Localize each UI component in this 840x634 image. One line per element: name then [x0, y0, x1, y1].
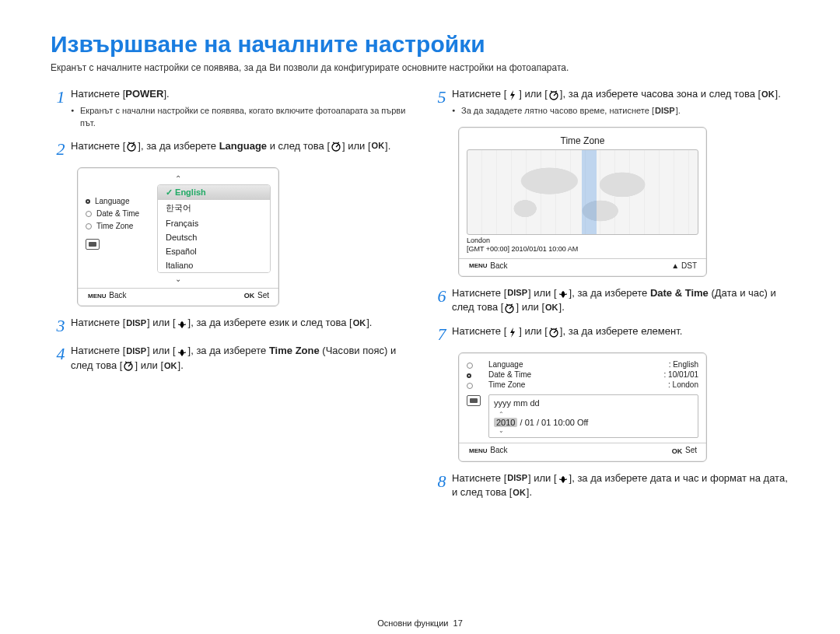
step-number: 3	[51, 316, 71, 335]
macro-icon	[557, 473, 569, 484]
timezone-stamp: [GMT +00:00] 2010/01/01 10:00 AM	[467, 245, 698, 254]
ok-icon: OK	[761, 89, 775, 101]
up-triangle-icon: ▲	[671, 261, 679, 270]
right-column: 5 Натиснете [] или [], за да изберете ча…	[432, 87, 789, 510]
step-number: 4	[51, 344, 71, 373]
step-number: 2	[51, 139, 71, 158]
left-column: 1 Натиснете [POWER]. Екранът с начални н…	[51, 87, 408, 510]
dt-value-language: : English	[669, 360, 698, 369]
footer-set[interactable]: Set	[257, 291, 269, 299]
step-1: Натиснете [POWER]. Екранът с начални нас…	[71, 87, 408, 130]
datetime-editor[interactable]: yyyy mm dd ⌃ 2010 / 01 / 01 10:00 Off ⌄	[488, 394, 698, 438]
lang-option-korean[interactable]: 한국어	[158, 200, 270, 216]
page-footer: Основни функции 17	[0, 618, 840, 628]
lang-option-espanol[interactable]: Español	[158, 244, 270, 258]
menu-language: Language	[95, 197, 130, 205]
language-panel: ⌃ Language Date & Time Time Zone English…	[77, 167, 279, 306]
timezone-city: London	[467, 236, 698, 245]
step-5-sub: За да зададете лятно часово време, натис…	[452, 105, 789, 117]
lang-option-english[interactable]: English	[158, 185, 270, 200]
footer-back[interactable]: Back	[490, 261, 507, 270]
footer-set[interactable]: Set	[685, 446, 697, 454]
ok-icon: OK	[671, 447, 684, 455]
step-2: Натиснете [], за да изберете Language и …	[71, 139, 408, 158]
step-1-sub: Екранът с начални настройки се появява, …	[71, 105, 408, 130]
lang-option-italiano[interactable]: Italiano	[158, 258, 270, 272]
step-7: Натиснете [] или [], за да изберете елем…	[452, 324, 789, 343]
lang-option-francais[interactable]: Français	[158, 216, 270, 230]
step-4: Натиснете [DISP] или [], за да изберете …	[71, 344, 408, 373]
dt-format-header: yyyy mm dd	[494, 398, 693, 408]
dt-label-language: Language	[488, 360, 523, 369]
menu-icon: MENU	[468, 262, 488, 269]
language-options: English 한국어 Français Deutsch Español Ita…	[157, 184, 271, 273]
timer-icon	[330, 141, 342, 152]
dt-label-datetime: Date & Time	[488, 370, 531, 379]
timer-icon	[548, 89, 560, 100]
chevron-up-icon: ⌃	[86, 174, 271, 183]
step-3: Натиснете [DISP] или [], за да изберете …	[71, 316, 408, 335]
dt-label-timezone: Time Zone	[488, 380, 525, 389]
ok-icon: OK	[163, 360, 178, 373]
dt-year-chip[interactable]: 2010	[494, 418, 517, 427]
step-number: 7	[432, 324, 452, 343]
menu-icon: MENU	[468, 447, 488, 454]
power-key: POWER	[125, 88, 163, 100]
ok-icon: OK	[512, 487, 527, 499]
world-map	[467, 149, 698, 235]
card-icon	[467, 395, 481, 406]
disp-icon: DISP	[125, 317, 147, 330]
step-number: 6	[432, 286, 452, 316]
macro-icon	[176, 318, 188, 329]
ok-icon: OK	[352, 317, 367, 330]
lang-option-deutsch[interactable]: Deutsch	[158, 230, 270, 244]
timer-icon	[125, 141, 138, 152]
page-title: Извършване на началните настройки	[51, 31, 789, 58]
step-number: 5	[432, 87, 452, 117]
step-5: Натиснете [] или [], за да изберете часо…	[452, 87, 789, 117]
ok-icon: OK	[544, 302, 559, 314]
flash-icon	[506, 327, 519, 338]
footer-back[interactable]: Back	[109, 291, 126, 299]
disp-icon: DISP	[125, 345, 147, 358]
timezone-panel: Time Zone London [GMT +00:00] 2010/01/01…	[458, 127, 707, 277]
menu-time-zone: Time Zone	[96, 222, 133, 230]
macro-icon	[176, 346, 188, 357]
step-number: 8	[432, 471, 452, 501]
chevron-down-icon: ⌄	[86, 275, 271, 283]
footer-back[interactable]: Back	[490, 446, 507, 454]
footer-dst[interactable]: DST	[681, 261, 697, 270]
menu-icon: MENU	[87, 292, 107, 299]
dt-value-datetime: : 10/01/01	[664, 370, 698, 379]
step-number: 1	[51, 87, 71, 130]
disp-icon: DISP	[506, 287, 528, 299]
timezone-title: Time Zone	[467, 134, 698, 149]
ok-icon: OK	[243, 292, 256, 299]
timer-icon	[503, 303, 516, 313]
page-intro: Екранът с началните настройки се появява…	[51, 62, 789, 73]
disp-icon: DISP	[654, 105, 676, 117]
ok-icon: OK	[371, 140, 386, 152]
datetime-panel: Language: English Date & Time: 10/01/01 …	[458, 352, 707, 461]
timer-icon	[122, 360, 135, 371]
macro-icon	[557, 288, 569, 299]
step-8: Натиснете [DISP] или [], за да изберете …	[452, 471, 789, 501]
step-6: Натиснете [DISP] или [], за да изберете …	[452, 286, 789, 316]
disp-icon: DISP	[506, 472, 528, 485]
dt-value-timezone: : London	[668, 380, 698, 389]
menu-date-time: Date & Time	[96, 209, 139, 218]
card-icon	[86, 239, 100, 250]
timer-icon	[548, 327, 560, 338]
flash-icon	[506, 89, 519, 100]
